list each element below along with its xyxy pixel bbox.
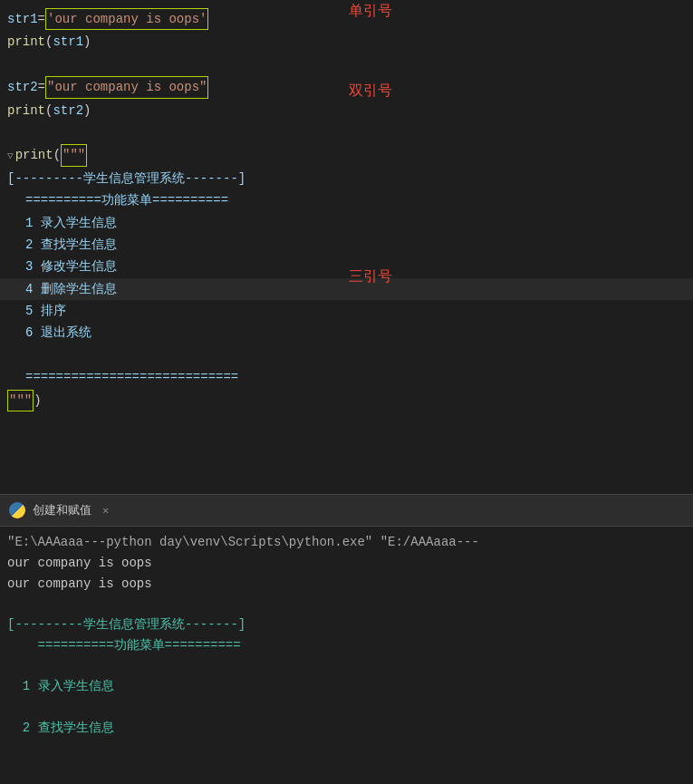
op-equals-2: = (38, 77, 45, 97)
code-line-2: print(str1) (0, 31, 693, 53)
menu-item-4: 4 删除学生信息 (25, 279, 117, 299)
print-fn-3: print (15, 145, 53, 165)
op-equals-1: = (38, 9, 45, 29)
code-line-18: """) (0, 389, 693, 412)
menu-item-3: 3 修改学生信息 (25, 256, 117, 276)
terminal-line-2: our company is oops (7, 574, 686, 595)
terminal-empty-1 (7, 595, 686, 615)
code-line-8: [---------学生信息管理系统-------] (0, 168, 693, 189)
code-line-4: str2 = "our company is oops" (0, 75, 693, 99)
code-line-12: 3 修改学生信息 (0, 256, 693, 277)
triple-quote-end: """ (7, 390, 34, 411)
menu-separator-2: ============================ (25, 367, 238, 387)
terminal-item-2: 2 查找学生信息 (23, 721, 114, 735)
menu-item-6: 6 退出系统 (25, 323, 91, 343)
code-line-7: ▽ print(""" (0, 143, 693, 167)
python-icon (9, 502, 25, 518)
annotation-double: 双引号 (349, 82, 392, 101)
terminal-empty-2 (7, 656, 686, 676)
print-fn-1: print (7, 32, 45, 52)
paren-2: ) (83, 32, 91, 52)
code-line-11: 2 查找学生信息 (0, 234, 693, 256)
code-line-17: ============================ (0, 366, 693, 388)
paren-1: ( (45, 32, 53, 52)
code-line-13: 4 删除学生信息 (0, 278, 693, 300)
annotation-triple: 三引号 (349, 267, 392, 286)
terminal-empty-3 (7, 698, 686, 718)
triple-quote-start: """ (61, 144, 87, 166)
paren-5: ( (53, 145, 61, 165)
tab-close-button[interactable]: ✕ (102, 504, 109, 518)
code-line-15: 6 退出系统 (0, 322, 693, 344)
paren-3: ( (45, 101, 53, 121)
code-line-5: print(str2) (0, 100, 693, 121)
string-single: 'our company is oops' (45, 8, 208, 30)
var-str2: str2 (7, 77, 38, 97)
tab-bar: 创建和赋值 ✕ (0, 494, 693, 527)
terminal-area: "E:\AAAaaa---python day\venv\Scripts\pyt… (0, 527, 693, 784)
editor-area: 单引号 双引号 三引号 str1 = 'our company is oops'… (0, 0, 693, 494)
terminal-line-0: "E:\AAAaaa---python day\venv\Scripts\pyt… (7, 532, 686, 553)
terminal-menu-header: [---------学生信息管理系统-------] (7, 617, 245, 632)
terminal-line-1: our company is oops (7, 553, 686, 574)
menu-header: [---------学生信息管理系统-------] (7, 169, 245, 189)
arg-str1: str1 (53, 32, 83, 52)
paren-6: ) (34, 391, 41, 411)
terminal-line-4: ==========功能菜单========== (7, 635, 686, 656)
code-line-3 (0, 53, 693, 75)
menu-separator-1: ==========功能菜单========== (25, 190, 228, 210)
code-line-9: ==========功能菜单========== (0, 189, 693, 211)
fold-arrow: ▽ (7, 149, 14, 165)
print-fn-2: print (7, 101, 45, 121)
code-line-16 (0, 344, 693, 366)
terminal-item-1: 1 录入学生信息 (23, 679, 114, 693)
arg-str2: str2 (53, 101, 83, 121)
var-str1: str1 (7, 9, 38, 29)
menu-item-2: 2 查找学生信息 (25, 235, 117, 255)
code-line-1: str1 = 'our company is oops' (0, 7, 693, 31)
menu-item-1: 1 录入学生信息 (25, 213, 117, 233)
paren-4: ) (83, 101, 91, 121)
menu-item-5: 5 排序 (25, 301, 66, 321)
code-line-6 (0, 121, 693, 143)
terminal-line-5: 1 录入学生信息 (7, 676, 686, 697)
terminal-line-3: [---------学生信息管理系统-------] (7, 615, 686, 635)
code-line-14: 5 排序 (0, 300, 693, 322)
terminal-menu-sep: ==========功能菜单========== (38, 638, 241, 653)
terminal-line-6: 2 查找学生信息 (7, 718, 686, 739)
tab-title[interactable]: 创建和赋值 (33, 502, 91, 518)
code-line-10: 1 录入学生信息 (0, 212, 693, 234)
annotation-single: 单引号 (349, 2, 392, 21)
string-double: "our company is oops" (45, 76, 208, 98)
